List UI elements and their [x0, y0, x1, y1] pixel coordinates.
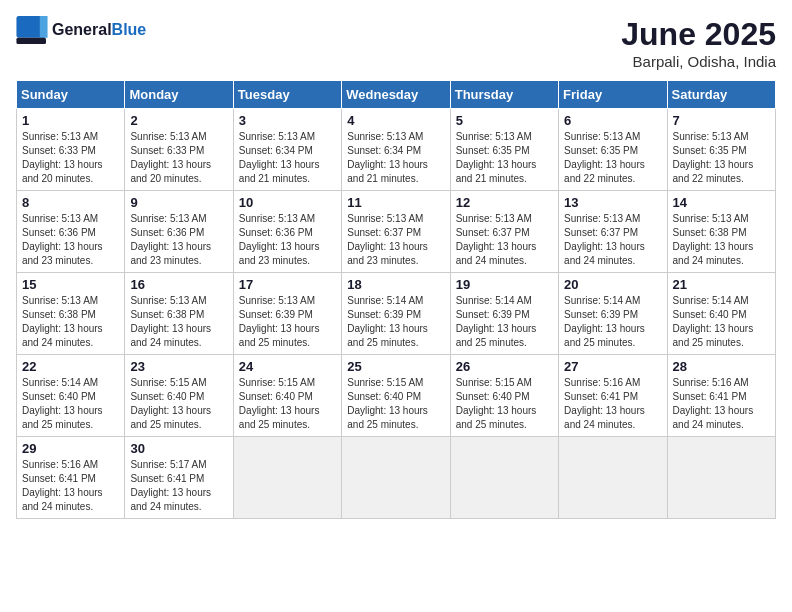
- calendar-cell: 15 Sunrise: 5:13 AM Sunset: 6:38 PM Dayl…: [17, 273, 125, 355]
- day-number: 18: [347, 277, 444, 292]
- svg-marker-1: [40, 16, 48, 38]
- day-number: 29: [22, 441, 119, 456]
- day-info: Sunrise: 5:13 AM Sunset: 6:38 PM Dayligh…: [22, 294, 119, 350]
- day-info: Sunrise: 5:15 AM Sunset: 6:40 PM Dayligh…: [456, 376, 553, 432]
- calendar-week-row: 8 Sunrise: 5:13 AM Sunset: 6:36 PM Dayli…: [17, 191, 776, 273]
- calendar-table: SundayMondayTuesdayWednesdayThursdayFrid…: [16, 80, 776, 519]
- calendar-cell: [667, 437, 775, 519]
- calendar-week-row: 1 Sunrise: 5:13 AM Sunset: 6:33 PM Dayli…: [17, 109, 776, 191]
- day-info: Sunrise: 5:13 AM Sunset: 6:35 PM Dayligh…: [456, 130, 553, 186]
- day-info: Sunrise: 5:13 AM Sunset: 6:37 PM Dayligh…: [564, 212, 661, 268]
- calendar-cell: 28 Sunrise: 5:16 AM Sunset: 6:41 PM Dayl…: [667, 355, 775, 437]
- day-number: 9: [130, 195, 227, 210]
- calendar-cell: 20 Sunrise: 5:14 AM Sunset: 6:39 PM Dayl…: [559, 273, 667, 355]
- day-number: 16: [130, 277, 227, 292]
- day-number: 28: [673, 359, 770, 374]
- day-number: 30: [130, 441, 227, 456]
- logo: GeneralBlue: [16, 16, 146, 44]
- day-number: 13: [564, 195, 661, 210]
- calendar-cell: [233, 437, 341, 519]
- day-number: 11: [347, 195, 444, 210]
- calendar-cell: 14 Sunrise: 5:13 AM Sunset: 6:38 PM Dayl…: [667, 191, 775, 273]
- day-number: 24: [239, 359, 336, 374]
- weekday-header: Monday: [125, 81, 233, 109]
- day-number: 15: [22, 277, 119, 292]
- day-info: Sunrise: 5:14 AM Sunset: 6:39 PM Dayligh…: [347, 294, 444, 350]
- day-info: Sunrise: 5:13 AM Sunset: 6:36 PM Dayligh…: [239, 212, 336, 268]
- calendar-cell: 8 Sunrise: 5:13 AM Sunset: 6:36 PM Dayli…: [17, 191, 125, 273]
- calendar-week-row: 15 Sunrise: 5:13 AM Sunset: 6:38 PM Dayl…: [17, 273, 776, 355]
- day-info: Sunrise: 5:15 AM Sunset: 6:40 PM Dayligh…: [130, 376, 227, 432]
- day-info: Sunrise: 5:13 AM Sunset: 6:33 PM Dayligh…: [22, 130, 119, 186]
- weekday-header: Tuesday: [233, 81, 341, 109]
- calendar-cell: 17 Sunrise: 5:13 AM Sunset: 6:39 PM Dayl…: [233, 273, 341, 355]
- logo-text: GeneralBlue: [52, 21, 146, 39]
- calendar-cell: 12 Sunrise: 5:13 AM Sunset: 6:37 PM Dayl…: [450, 191, 558, 273]
- calendar-cell: 6 Sunrise: 5:13 AM Sunset: 6:35 PM Dayli…: [559, 109, 667, 191]
- calendar-cell: [342, 437, 450, 519]
- title-area: June 2025 Barpali, Odisha, India: [621, 16, 776, 70]
- day-number: 20: [564, 277, 661, 292]
- calendar-cell: 7 Sunrise: 5:13 AM Sunset: 6:35 PM Dayli…: [667, 109, 775, 191]
- day-info: Sunrise: 5:16 AM Sunset: 6:41 PM Dayligh…: [564, 376, 661, 432]
- day-number: 25: [347, 359, 444, 374]
- day-number: 17: [239, 277, 336, 292]
- day-number: 19: [456, 277, 553, 292]
- calendar-cell: 21 Sunrise: 5:14 AM Sunset: 6:40 PM Dayl…: [667, 273, 775, 355]
- day-info: Sunrise: 5:15 AM Sunset: 6:40 PM Dayligh…: [347, 376, 444, 432]
- weekday-header: Wednesday: [342, 81, 450, 109]
- day-number: 8: [22, 195, 119, 210]
- day-number: 23: [130, 359, 227, 374]
- calendar-cell: 2 Sunrise: 5:13 AM Sunset: 6:33 PM Dayli…: [125, 109, 233, 191]
- calendar-cell: 24 Sunrise: 5:15 AM Sunset: 6:40 PM Dayl…: [233, 355, 341, 437]
- calendar-cell: 27 Sunrise: 5:16 AM Sunset: 6:41 PM Dayl…: [559, 355, 667, 437]
- month-title: June 2025: [621, 16, 776, 53]
- day-info: Sunrise: 5:13 AM Sunset: 6:38 PM Dayligh…: [130, 294, 227, 350]
- day-info: Sunrise: 5:15 AM Sunset: 6:40 PM Dayligh…: [239, 376, 336, 432]
- svg-rect-2: [16, 38, 46, 44]
- day-number: 14: [673, 195, 770, 210]
- day-number: 5: [456, 113, 553, 128]
- calendar-cell: [450, 437, 558, 519]
- calendar-cell: 13 Sunrise: 5:13 AM Sunset: 6:37 PM Dayl…: [559, 191, 667, 273]
- day-number: 2: [130, 113, 227, 128]
- calendar-cell: 4 Sunrise: 5:13 AM Sunset: 6:34 PM Dayli…: [342, 109, 450, 191]
- day-number: 22: [22, 359, 119, 374]
- calendar-cell: 1 Sunrise: 5:13 AM Sunset: 6:33 PM Dayli…: [17, 109, 125, 191]
- calendar-cell: 23 Sunrise: 5:15 AM Sunset: 6:40 PM Dayl…: [125, 355, 233, 437]
- calendar-cell: 29 Sunrise: 5:16 AM Sunset: 6:41 PM Dayl…: [17, 437, 125, 519]
- day-number: 4: [347, 113, 444, 128]
- calendar-cell: 26 Sunrise: 5:15 AM Sunset: 6:40 PM Dayl…: [450, 355, 558, 437]
- location: Barpali, Odisha, India: [621, 53, 776, 70]
- calendar-week-row: 29 Sunrise: 5:16 AM Sunset: 6:41 PM Dayl…: [17, 437, 776, 519]
- header: GeneralBlue June 2025 Barpali, Odisha, I…: [16, 16, 776, 70]
- day-number: 7: [673, 113, 770, 128]
- day-info: Sunrise: 5:16 AM Sunset: 6:41 PM Dayligh…: [22, 458, 119, 514]
- calendar-cell: 9 Sunrise: 5:13 AM Sunset: 6:36 PM Dayli…: [125, 191, 233, 273]
- calendar-cell: 5 Sunrise: 5:13 AM Sunset: 6:35 PM Dayli…: [450, 109, 558, 191]
- weekday-header-row: SundayMondayTuesdayWednesdayThursdayFrid…: [17, 81, 776, 109]
- day-info: Sunrise: 5:13 AM Sunset: 6:37 PM Dayligh…: [347, 212, 444, 268]
- calendar-cell: 16 Sunrise: 5:13 AM Sunset: 6:38 PM Dayl…: [125, 273, 233, 355]
- calendar-cell: 22 Sunrise: 5:14 AM Sunset: 6:40 PM Dayl…: [17, 355, 125, 437]
- day-info: Sunrise: 5:13 AM Sunset: 6:38 PM Dayligh…: [673, 212, 770, 268]
- calendar-cell: 11 Sunrise: 5:13 AM Sunset: 6:37 PM Dayl…: [342, 191, 450, 273]
- day-number: 21: [673, 277, 770, 292]
- day-info: Sunrise: 5:13 AM Sunset: 6:36 PM Dayligh…: [130, 212, 227, 268]
- calendar-cell: 19 Sunrise: 5:14 AM Sunset: 6:39 PM Dayl…: [450, 273, 558, 355]
- day-info: Sunrise: 5:13 AM Sunset: 6:34 PM Dayligh…: [347, 130, 444, 186]
- calendar-cell: 10 Sunrise: 5:13 AM Sunset: 6:36 PM Dayl…: [233, 191, 341, 273]
- day-info: Sunrise: 5:14 AM Sunset: 6:39 PM Dayligh…: [456, 294, 553, 350]
- day-number: 26: [456, 359, 553, 374]
- day-info: Sunrise: 5:13 AM Sunset: 6:39 PM Dayligh…: [239, 294, 336, 350]
- day-info: Sunrise: 5:13 AM Sunset: 6:37 PM Dayligh…: [456, 212, 553, 268]
- day-info: Sunrise: 5:13 AM Sunset: 6:34 PM Dayligh…: [239, 130, 336, 186]
- weekday-header: Saturday: [667, 81, 775, 109]
- day-info: Sunrise: 5:17 AM Sunset: 6:41 PM Dayligh…: [130, 458, 227, 514]
- day-number: 1: [22, 113, 119, 128]
- calendar-cell: 30 Sunrise: 5:17 AM Sunset: 6:41 PM Dayl…: [125, 437, 233, 519]
- weekday-header: Sunday: [17, 81, 125, 109]
- day-number: 6: [564, 113, 661, 128]
- calendar-week-row: 22 Sunrise: 5:14 AM Sunset: 6:40 PM Dayl…: [17, 355, 776, 437]
- day-info: Sunrise: 5:13 AM Sunset: 6:35 PM Dayligh…: [564, 130, 661, 186]
